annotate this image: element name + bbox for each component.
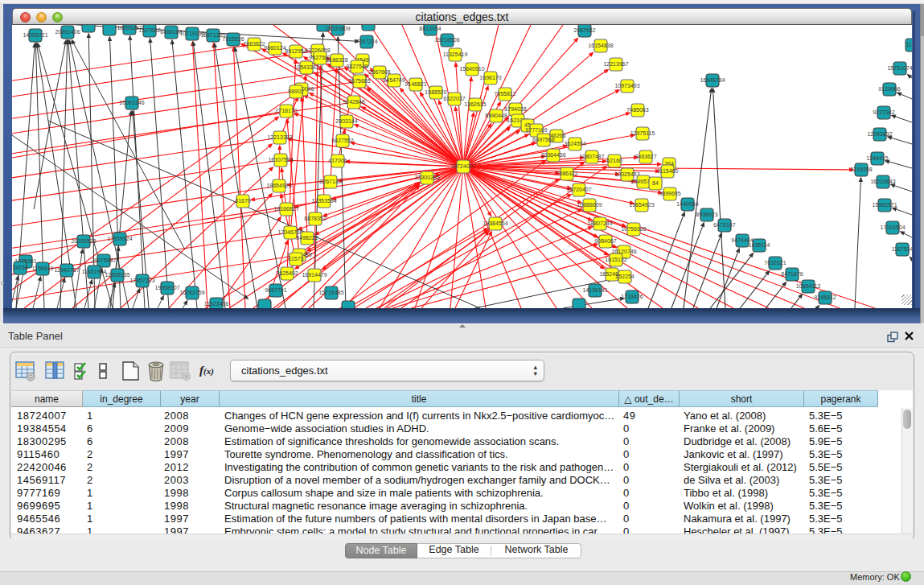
svg-text:18807249: 18807249 (587, 220, 612, 226)
svg-text:7357224: 7357224 (355, 39, 377, 44)
svg-text:15716485: 15716485 (318, 290, 343, 295)
svg-text:8215958: 8215958 (850, 167, 872, 172)
svg-text:7485063: 7485063 (626, 107, 648, 113)
svg-text:7515526: 7515526 (222, 36, 244, 42)
svg-text:12505135: 12505135 (105, 272, 129, 278)
svg-text:1435114: 1435114 (749, 242, 770, 248)
svg-text:19218506: 19218506 (434, 37, 459, 43)
svg-text:16033809: 16033809 (325, 26, 350, 31)
svg-text:11923466: 11923466 (204, 301, 229, 307)
svg-text:17957223: 17957223 (129, 278, 154, 283)
svg-text:8427552: 8427552 (331, 138, 353, 143)
svg-text:18724007: 18724007 (450, 163, 475, 169)
svg-text:31670: 31670 (235, 198, 251, 204)
svg-text:9777169: 9777169 (525, 127, 547, 133)
svg-text:1615132: 1615132 (605, 257, 626, 262)
svg-text:11573: 11573 (289, 256, 304, 262)
svg-text:9129966: 9129966 (878, 86, 900, 92)
svg-text:7625402: 7625402 (276, 270, 298, 276)
svg-text:11325419: 11325419 (443, 51, 468, 57)
svg-text:8454749: 8454749 (383, 77, 405, 83)
svg-text:14136141: 14136141 (582, 287, 607, 293)
svg-text:1588520: 1588520 (425, 89, 446, 95)
svg-text:6322037: 6322037 (443, 96, 465, 101)
svg-text:9899695: 9899695 (659, 191, 680, 196)
svg-text:2803144: 2803144 (335, 118, 357, 124)
svg-text:8938923: 8938923 (696, 212, 717, 217)
svg-text:20364436: 20364436 (540, 152, 565, 158)
svg-text:9115460: 9115460 (657, 168, 679, 174)
svg-text:12942757: 12942757 (54, 267, 79, 273)
svg-text:16782759: 16782759 (179, 290, 204, 295)
svg-text:10756928: 10756928 (621, 226, 646, 232)
svg-text:8813054: 8813054 (419, 26, 441, 31)
svg-text:23300285: 23300285 (414, 175, 439, 180)
svg-text:7663822: 7663822 (243, 41, 265, 47)
svg-text:10025453: 10025453 (614, 171, 639, 177)
svg-text:10543342: 10543342 (294, 64, 318, 70)
svg-text:20206526: 20206526 (71, 238, 96, 244)
svg-text:6497568: 6497568 (532, 137, 554, 142)
svg-text:6794028: 6794028 (504, 106, 526, 112)
svg-text:1167534: 1167534 (892, 246, 912, 252)
svg-text:2087652: 2087652 (573, 27, 595, 33)
svg-text:9084067: 9084067 (594, 238, 616, 244)
svg-text:15720407: 15720407 (566, 187, 591, 192)
svg-text:98902: 98902 (288, 89, 304, 94)
svg-text:252254: 252254 (615, 274, 634, 279)
svg-text:9242848: 9242848 (343, 99, 364, 105)
svg-text:1527602: 1527602 (138, 27, 160, 33)
svg-text:16154838: 16154838 (588, 43, 613, 48)
svg-text:19166827: 19166827 (273, 206, 298, 212)
svg-text:2718170: 2718170 (275, 108, 297, 113)
svg-text:7955812: 7955812 (494, 91, 515, 97)
svg-text:3675685: 3675685 (348, 78, 370, 84)
svg-text:16210643: 16210643 (870, 179, 895, 184)
svg-text:19654923: 19654923 (266, 183, 291, 188)
svg-text:12213383: 12213383 (267, 134, 292, 140)
svg-text:20053346: 20053346 (119, 100, 144, 105)
svg-text:84: 84 (652, 180, 659, 186)
svg-text:7986322: 7986322 (556, 171, 577, 176)
svg-text:1362615: 1362615 (464, 101, 486, 107)
svg-text:1112: 1112 (906, 42, 912, 47)
svg-text:17046766: 17046766 (277, 229, 302, 235)
svg-text:15751074: 15751074 (887, 65, 912, 71)
svg-text:1156819: 1156819 (32, 266, 54, 271)
svg-text:9474444: 9474444 (731, 237, 753, 243)
svg-text:62160: 62160 (606, 158, 622, 163)
svg-text:1733426: 1733426 (621, 294, 643, 299)
svg-text:10654112: 10654112 (796, 283, 821, 289)
svg-text:8878352: 8878352 (304, 216, 326, 221)
svg-text:17359924: 17359924 (107, 236, 132, 241)
svg-text:5498222: 5498222 (296, 235, 318, 241)
svg-text:19958107: 19958107 (154, 285, 179, 290)
svg-text:12093832: 12093832 (867, 131, 892, 137)
svg-text:1244415: 1244415 (866, 155, 888, 161)
svg-text:20691406: 20691406 (55, 29, 80, 35)
svg-text:8267130: 8267130 (319, 179, 341, 184)
svg-text:9146821: 9146821 (405, 81, 426, 87)
svg-text:9227342: 9227342 (873, 109, 894, 115)
svg-text:1696170: 1696170 (479, 75, 501, 80)
svg-text:2367608: 2367608 (368, 69, 390, 75)
svg-text:8186328: 8186328 (326, 57, 347, 63)
svg-text:12213967: 12213967 (603, 61, 628, 67)
svg-text:3624554: 3624554 (564, 141, 585, 146)
svg-text:19384554: 19384554 (483, 220, 507, 226)
svg-text:11451944: 11451944 (82, 269, 107, 274)
svg-text:9245812: 9245812 (814, 295, 836, 300)
svg-text:15692971: 15692971 (872, 202, 897, 208)
svg-text:7632621: 7632621 (764, 260, 786, 266)
svg-text:17016504: 17016504 (880, 225, 905, 230)
svg-text:9657791: 9657791 (265, 287, 286, 293)
svg-text:14055721: 14055721 (23, 32, 47, 38)
svg-text:8471676: 8471676 (781, 271, 803, 277)
svg-text:12975115: 12975115 (630, 130, 655, 136)
svg-text:16107554: 16107554 (268, 157, 293, 163)
svg-text:15640910: 15640910 (459, 66, 484, 72)
svg-text:10973493: 10973493 (614, 83, 639, 89)
svg-text:39154: 39154 (12, 265, 28, 270)
svg-text:9327548: 9327548 (346, 64, 368, 69)
svg-text:29975887: 29975887 (91, 257, 116, 263)
